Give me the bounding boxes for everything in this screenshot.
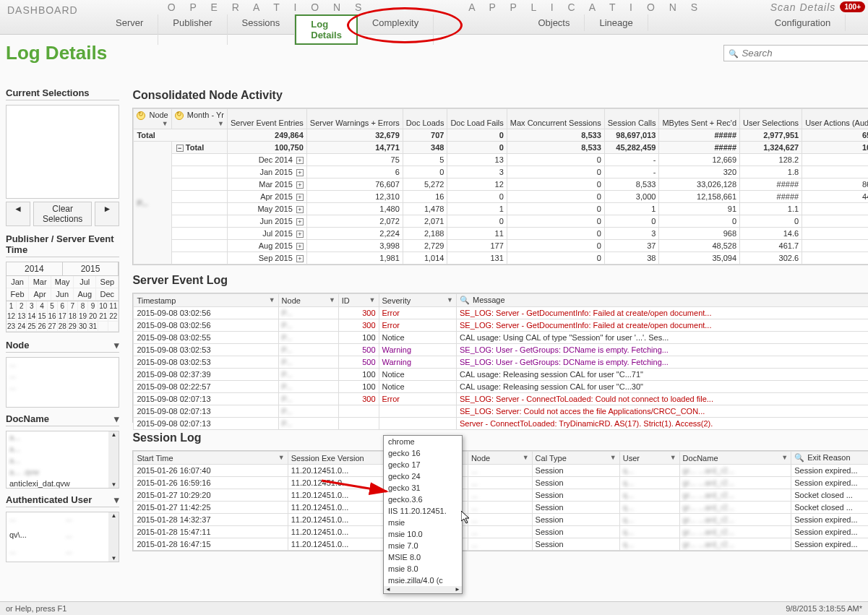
month-row[interactable]: Aug 2015 +	[227, 240, 306, 252]
day-9[interactable]: 9	[88, 301, 98, 311]
current-selections-box[interactable]	[6, 105, 119, 199]
evcol-id[interactable]: ID ▼	[338, 294, 379, 307]
day-6[interactable]: 6	[58, 301, 68, 311]
sescol-cal-type[interactable]: Cal Type ▼	[532, 452, 619, 465]
day-18[interactable]: 18	[68, 311, 78, 322]
day-12[interactable]: 12	[7, 311, 17, 322]
dropdown-option[interactable]: msie 10.0	[384, 528, 462, 540]
event-row[interactable]: 2015-09-08 03:02:56P...300ErrorSE_LOG: S…	[134, 307, 868, 319]
day-27[interactable]: 27	[48, 322, 58, 332]
dropdown-option[interactable]: msie 7.0	[384, 540, 462, 551]
session-log-table[interactable]: Start Time ▼Session Exe Version ▼Node ▼C…	[132, 450, 868, 551]
col-server-event-entries[interactable]: Server Event Entries	[227, 109, 306, 129]
day-14[interactable]: 14	[27, 311, 37, 322]
clear-selections-button[interactable]: Clear Selections	[33, 202, 93, 226]
day-16[interactable]: 16	[48, 311, 58, 322]
event-row[interactable]: 2015-09-08 03:02:53P...500WarningSE_LOG:…	[134, 356, 868, 369]
month-aug[interactable]: Aug	[74, 288, 96, 301]
tab-server[interactable]: Server	[101, 14, 158, 45]
month-apr[interactable]: Apr	[29, 288, 51, 301]
expand-icon[interactable]: +	[296, 157, 304, 164]
month-row[interactable]: May 2015 +	[227, 203, 306, 215]
event-row[interactable]: 2015-09-08 02:07:13P...SE_LOG: Server: C…	[134, 405, 868, 418]
sescol-node[interactable]: Node ▼	[468, 452, 532, 465]
month-row[interactable]: Jan 2015 +	[227, 166, 306, 179]
event-row[interactable]: 2015-09-08 03:02:56P...300ErrorSE_LOG: S…	[134, 319, 868, 332]
year-2015[interactable]: 2015	[63, 262, 119, 275]
search-icon[interactable]	[460, 296, 473, 304]
col-month-yr[interactable]: Month - Yr▼	[171, 109, 227, 129]
day-2[interactable]: 2	[17, 301, 27, 311]
subtotal-label[interactable]: − Total	[171, 142, 227, 154]
expand-icon[interactable]: +	[296, 194, 304, 201]
evcol-message[interactable]: Message	[456, 294, 868, 307]
day-5[interactable]: 5	[48, 301, 58, 311]
day-28[interactable]: 28	[58, 322, 68, 332]
search-box[interactable]: ▼	[723, 45, 868, 61]
auth-user-scrollbar[interactable]	[108, 512, 119, 562]
month-may[interactable]: May	[51, 276, 74, 288]
month-dec[interactable]: Dec	[96, 288, 119, 301]
dashboard-link[interactable]: DASHBOARD	[0, 0, 101, 34]
sescol-exit-reason[interactable]: Exit Reason	[791, 452, 868, 465]
session-exe-version-dropdown[interactable]: chromegecko 16gecko 17gecko 24gecko 31ge…	[383, 435, 463, 574]
dropdown-option[interactable]: IIS 11.20.12451.	[384, 505, 462, 517]
month-row[interactable]: Dec 2014 +	[227, 154, 306, 166]
expand-icon[interactable]: +	[296, 255, 304, 262]
month-row[interactable]: Apr 2015 +	[227, 191, 306, 203]
sescol-start-time[interactable]: Start Time ▼	[134, 452, 288, 465]
day-20[interactable]: 20	[88, 311, 98, 322]
day-21[interactable]: 21	[98, 311, 108, 322]
collapse-icon[interactable]: −	[176, 145, 184, 152]
day-25[interactable]: 25	[27, 322, 37, 332]
search-icon[interactable]	[794, 453, 807, 462]
dropdown-option[interactable]: gecko 24	[384, 470, 462, 482]
expand-icon[interactable]: +	[296, 169, 304, 176]
tab-log-details[interactable]: Log Details	[295, 14, 358, 45]
month-jan[interactable]: Jan	[7, 276, 29, 288]
event-row[interactable]: 2015-09-08 02:07:13P...300ErrorSE_LOG: S…	[134, 393, 868, 405]
month-row[interactable]: Mar 2015 +	[227, 179, 306, 191]
docname-scrollbar[interactable]	[108, 431, 119, 488]
notification-badge[interactable]: 100+	[840, 1, 865, 12]
node-listbox[interactable]: .........	[6, 357, 119, 408]
session-row[interactable]: 2015-01-27 11:42:2511.20.12451.0......Se…	[134, 502, 868, 514]
month-jun[interactable]: Jun	[51, 288, 74, 301]
day-4[interactable]: 4	[37, 301, 47, 311]
col-user-selections[interactable]: User Selections	[740, 109, 802, 129]
expand-icon[interactable]: +	[296, 181, 304, 189]
tab-configuration[interactable]: Configuration	[760, 14, 846, 31]
tab-lineage[interactable]: Lineage	[585, 14, 648, 31]
session-row[interactable]: 2015-01-27 10:29:2011.20.12451.0......Se…	[134, 489, 868, 502]
day-3[interactable]: 3	[27, 301, 37, 311]
evcol-severity[interactable]: Severity ▼	[379, 294, 456, 307]
col-max-concurrent-sessions[interactable]: Max Concurrent Sessions	[507, 109, 604, 129]
month-sep[interactable]: Sep	[96, 276, 119, 288]
expand-icon[interactable]: +	[296, 218, 304, 225]
day-22[interactable]: 22	[108, 311, 119, 322]
day-23[interactable]: 23	[7, 322, 17, 332]
col-mbytes-sent-rec-d[interactable]: MBytes Sent + Rec'd	[659, 109, 740, 129]
event-log-table[interactable]: Timestamp ▼Node ▼ID ▼Severity ▼Message20…	[132, 293, 868, 423]
dropdown-option[interactable]: gecko.3.6	[384, 494, 462, 505]
dropdown-option[interactable]: msie	[384, 517, 462, 528]
dropdown-option[interactable]: gecko 31	[384, 482, 462, 494]
col-doc-load-fails[interactable]: Doc Load Fails	[447, 109, 507, 129]
month-row[interactable]: Jun 2015 +	[227, 215, 306, 228]
selection-forward-button[interactable]: ►	[95, 202, 119, 226]
expand-icon[interactable]: +	[296, 243, 304, 250]
day-1[interactable]: 1	[7, 301, 17, 311]
evcol-timestamp[interactable]: Timestamp ▼	[134, 294, 278, 307]
cycle-icon[interactable]	[175, 111, 184, 120]
cycle-icon[interactable]	[137, 111, 145, 120]
session-row[interactable]: 2015-01-28 14:32:3711.20.12451.0......Se…	[134, 514, 868, 526]
day-11[interactable]: 11	[108, 301, 119, 311]
docname-listbox[interactable]: a... a... a... a... .qvw anticlexi_dat.q…	[6, 431, 119, 489]
session-row[interactable]: 2015-01-28 15:47:1111.20.12451.0......Se…	[134, 526, 868, 538]
day-10[interactable]: 10	[98, 301, 108, 311]
day-13[interactable]: 13	[17, 311, 27, 322]
day-30[interactable]: 30	[78, 322, 88, 332]
day-29[interactable]: 29	[68, 322, 78, 332]
sescol-user[interactable]: User ▼	[619, 452, 679, 465]
col-session-calls[interactable]: Session Calls	[604, 109, 659, 129]
